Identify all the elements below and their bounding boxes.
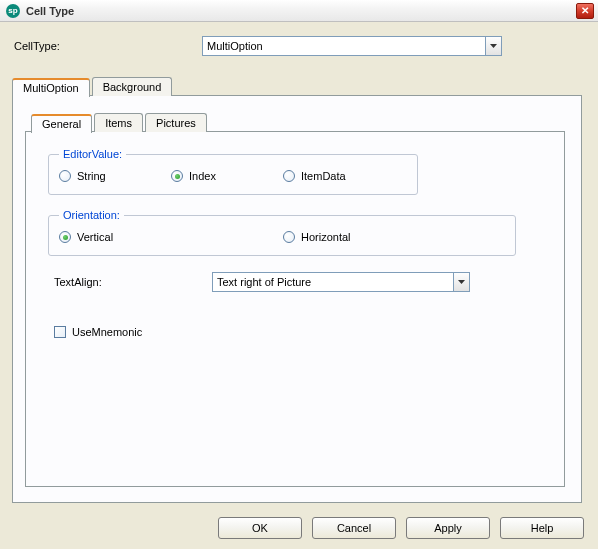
- outer-tab-pane: General Items Pictures EditorValue: Stri…: [12, 95, 582, 503]
- usemnemonic-label: UseMnemonic: [72, 326, 142, 338]
- close-icon: ✕: [581, 5, 589, 16]
- tab-multioption[interactable]: MultiOption: [12, 78, 90, 97]
- radio-horizontal[interactable]: Horizontal: [283, 231, 395, 243]
- radio-string[interactable]: String: [59, 170, 171, 182]
- apply-button[interactable]: Apply: [406, 517, 490, 539]
- outer-tabbar: MultiOption Background: [12, 74, 586, 96]
- radio-icon: [283, 170, 295, 182]
- editorvalue-legend: EditorValue:: [59, 148, 126, 160]
- inner-tabbar: General Items Pictures: [31, 110, 569, 132]
- radio-icon: [59, 170, 71, 182]
- app-icon: sp: [6, 4, 20, 18]
- textalign-label: TextAlign:: [54, 276, 212, 288]
- tab-background[interactable]: Background: [92, 77, 173, 96]
- help-button[interactable]: Help: [500, 517, 584, 539]
- radio-index[interactable]: Index: [171, 170, 283, 182]
- textalign-select[interactable]: Text right of Picture: [212, 272, 470, 292]
- usemnemonic-checkbox[interactable]: UseMnemonic: [54, 326, 550, 338]
- celltype-value: MultiOption: [203, 40, 485, 52]
- textalign-value: Text right of Picture: [213, 276, 453, 288]
- orientation-legend: Orientation:: [59, 209, 124, 221]
- chevron-down-icon: [453, 273, 469, 291]
- button-bar: OK Cancel Apply Help: [0, 517, 598, 539]
- ok-button[interactable]: OK: [218, 517, 302, 539]
- cancel-button[interactable]: Cancel: [312, 517, 396, 539]
- radio-itemdata[interactable]: ItemData: [283, 170, 395, 182]
- tab-pictures[interactable]: Pictures: [145, 113, 207, 132]
- inner-tab-pane: EditorValue: String Index: [25, 131, 565, 487]
- celltype-label: CellType:: [12, 40, 202, 52]
- tab-items[interactable]: Items: [94, 113, 143, 132]
- checkbox-icon: [54, 326, 66, 338]
- editorvalue-group: EditorValue: String Index: [48, 148, 418, 195]
- radio-icon: [171, 170, 183, 182]
- title-bar: sp Cell Type ✕: [0, 0, 598, 22]
- textalign-row: TextAlign: Text right of Picture: [54, 272, 550, 292]
- radio-icon: [283, 231, 295, 243]
- celltype-row: CellType: MultiOption: [12, 36, 586, 56]
- tab-general[interactable]: General: [31, 114, 92, 133]
- close-button[interactable]: ✕: [576, 3, 594, 19]
- celltype-select[interactable]: MultiOption: [202, 36, 502, 56]
- outer-tabs: MultiOption Background General Items Pic…: [12, 74, 586, 504]
- orientation-group: Orientation: Vertical Horizontal: [48, 209, 516, 256]
- radio-vertical[interactable]: Vertical: [59, 231, 283, 243]
- radio-icon: [59, 231, 71, 243]
- inner-tabs: General Items Pictures EditorValue: Stri…: [25, 110, 569, 488]
- chevron-down-icon: [485, 37, 501, 55]
- window-title: Cell Type: [26, 5, 576, 17]
